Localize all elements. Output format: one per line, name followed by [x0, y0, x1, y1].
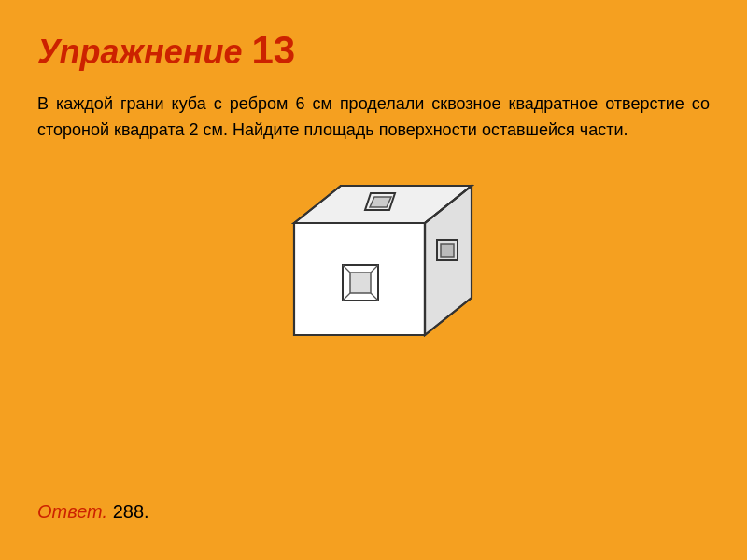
cube-svg — [266, 167, 481, 372]
answer-section: Ответ. 288. — [37, 501, 149, 523]
svg-marker-10 — [370, 197, 391, 207]
title-line: Упражнение 13 — [37, 28, 710, 73]
svg-marker-12 — [441, 244, 454, 257]
exercise-number: 13 — [252, 28, 296, 73]
page-container: Упражнение 13 В каждой грани куба с ребр… — [0, 0, 747, 560]
problem-text: В каждой грани куба с ребром 6 см продел… — [37, 91, 710, 144]
svg-rect-4 — [350, 273, 371, 293]
cube-illustration — [37, 167, 710, 372]
answer-value: 288. — [113, 501, 149, 522]
exercise-title: Упражнение — [37, 33, 243, 72]
answer-label: Ответ. — [37, 501, 107, 522]
